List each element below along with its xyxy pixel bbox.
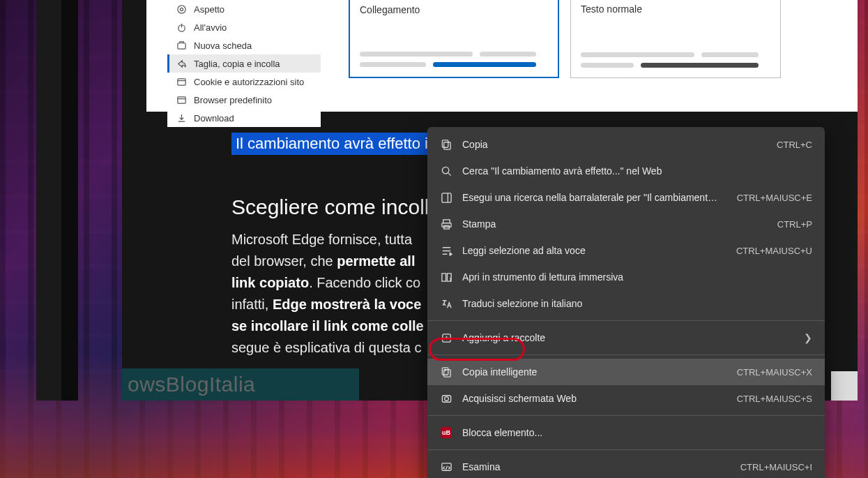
ctx-shortcut: CTRL+P bbox=[769, 219, 812, 230]
collections-icon bbox=[440, 331, 452, 344]
download-icon bbox=[176, 112, 187, 124]
settings-sidebar: Aspetto All'avvio Nuova scheda Taglia, c… bbox=[167, 0, 321, 127]
ctx-label: Stampa bbox=[462, 218, 759, 230]
ctx-shortcut: CTRL+MAIUSC+S bbox=[729, 394, 812, 404]
sidebar-item-label: Taglia, copia e incolla bbox=[194, 59, 280, 69]
sidebar-item-download[interactable]: Download bbox=[167, 109, 321, 127]
ctx-shortcut: CTRL+MAIUSC+I bbox=[732, 462, 812, 472]
svg-rect-9 bbox=[441, 193, 450, 202]
ctx-smart-copy[interactable]: Copia intelligente CTRL+MAIUSC+X bbox=[427, 359, 825, 385]
ctx-copy[interactable]: Copia CTRL+C bbox=[427, 131, 825, 158]
context-menu-separator bbox=[427, 449, 825, 450]
share-icon bbox=[176, 58, 187, 69]
sidebar-item-taglia-copia-incolla[interactable]: Taglia, copia e incolla bbox=[167, 54, 321, 73]
sidebar-item-label: All'avvio bbox=[194, 22, 227, 33]
option-title: Collegamento bbox=[360, 4, 548, 15]
svg-rect-3 bbox=[177, 43, 185, 48]
ctx-label: Blocca elemento... bbox=[462, 427, 812, 438]
sidebar-search-icon bbox=[440, 191, 452, 204]
ctx-shortcut: CTRL+MAIUSC+U bbox=[728, 246, 812, 256]
ctx-label: Leggi selezione ad alta voce bbox=[462, 245, 718, 256]
ctx-inspect[interactable]: Esamina CTRL+MAIUSC+I bbox=[427, 454, 825, 478]
sidebar-item-nuova-scheda[interactable]: Nuova scheda bbox=[167, 36, 321, 54]
ctx-search-web[interactable]: Cerca "Il cambiamento avrà effetto..." n… bbox=[427, 158, 825, 184]
inspect-icon bbox=[440, 461, 452, 473]
ctx-ublock-block[interactable]: uB Blocca elemento... bbox=[427, 419, 825, 446]
sidebar-item-cookie[interactable]: Cookie e autorizzazioni sito bbox=[167, 73, 321, 91]
option-testo-normale[interactable]: Testo normale bbox=[570, 0, 781, 78]
ctx-label: Copia intelligente bbox=[462, 366, 719, 378]
sidebar-item-label: Aspetto bbox=[194, 4, 224, 15]
svg-rect-7 bbox=[442, 140, 448, 147]
watermark-logo: owsBlogItalia bbox=[122, 368, 359, 401]
svg-point-8 bbox=[442, 167, 448, 173]
window-frame-strip bbox=[36, 0, 61, 401]
sidebar-item-label: Cookie e autorizzazioni sito bbox=[194, 77, 304, 87]
ctx-web-capture[interactable]: Acquisisci schermata Web CTRL+MAIUSC+S bbox=[427, 385, 825, 412]
context-menu-separator bbox=[427, 354, 825, 355]
sidebar-item-avvio[interactable]: All'avvio bbox=[167, 18, 321, 36]
ctx-shortcut: CTRL+C bbox=[768, 140, 812, 150]
svg-rect-11 bbox=[441, 223, 450, 227]
sidebar-item-browser-predefinito[interactable]: Browser predefinito bbox=[167, 91, 321, 109]
print-icon bbox=[440, 218, 452, 230]
ctx-label: Traduci selezione in italiano bbox=[462, 298, 812, 309]
ctx-read-aloud[interactable]: Leggi selezione ad alta voce CTRL+MAIUSC… bbox=[427, 237, 825, 264]
search-icon bbox=[440, 165, 452, 177]
svg-rect-5 bbox=[177, 96, 185, 103]
ctx-label: Acquisisci schermata Web bbox=[462, 393, 719, 404]
ctx-label: Aggiungi a raccolte bbox=[462, 332, 794, 343]
ctx-label: Apri in strumento di lettura immersiva bbox=[462, 271, 812, 283]
svg-point-0 bbox=[177, 5, 185, 13]
sidebar-item-aspetto[interactable]: Aspetto bbox=[167, 0, 321, 18]
selected-text-highlight[interactable]: Il cambiamento avrà effetto im bbox=[231, 133, 445, 155]
option-title: Testo normale bbox=[581, 3, 770, 15]
ctx-label: Copia bbox=[462, 139, 759, 150]
sidebar-item-label: Nuova scheda bbox=[194, 40, 252, 51]
svg-point-17 bbox=[444, 396, 448, 401]
ctx-sidebar-search[interactable]: Esegui una ricerca nella barralaterale p… bbox=[427, 184, 825, 211]
copy-icon bbox=[440, 138, 452, 151]
svg-rect-6 bbox=[443, 142, 450, 149]
immersive-reader-icon bbox=[440, 271, 452, 283]
translate-icon bbox=[440, 297, 452, 310]
ctx-immersive-reader[interactable]: Apri in strumento di lettura immersiva bbox=[427, 264, 825, 290]
paste-format-options: Collegamento Testo normale bbox=[349, 0, 781, 78]
scrollbar-fragment[interactable] bbox=[831, 371, 858, 401]
ctx-label: Esamina bbox=[462, 461, 722, 472]
ctx-print[interactable]: Stampa CTRL+P bbox=[427, 211, 825, 237]
context-menu-separator bbox=[427, 320, 825, 321]
appearance-icon bbox=[176, 3, 187, 15]
sidebar-item-label: Browser predefinito bbox=[194, 95, 272, 105]
sidebar-item-label: Download bbox=[194, 113, 234, 124]
power-icon bbox=[176, 22, 187, 33]
window-frame-strip-inner bbox=[61, 0, 78, 401]
chevron-right-icon: ❯ bbox=[804, 332, 812, 343]
svg-point-1 bbox=[180, 8, 183, 10]
ctx-label: Cerca "Il cambiamento avrà effetto..." n… bbox=[462, 165, 812, 177]
ctx-shortcut: CTRL+MAIUSC+E bbox=[729, 193, 812, 203]
smart-copy-icon bbox=[440, 366, 452, 378]
option-collegamento[interactable]: Collegamento bbox=[349, 0, 559, 78]
window-icon bbox=[176, 94, 187, 105]
svg-rect-10 bbox=[443, 219, 449, 223]
permissions-icon bbox=[176, 76, 187, 87]
ctx-add-collections[interactable]: Aggiungi a raccolte ❯ bbox=[427, 324, 825, 351]
tab-icon bbox=[176, 40, 187, 51]
capture-icon bbox=[440, 392, 452, 405]
read-aloud-icon bbox=[440, 244, 452, 257]
ublock-icon: uB bbox=[440, 426, 452, 439]
context-menu: Copia CTRL+C Cerca "Il cambiamento avrà … bbox=[427, 127, 825, 478]
svg-rect-4 bbox=[177, 78, 185, 84]
ctx-label: Esegui una ricerca nella barralaterale p… bbox=[462, 192, 719, 203]
ctx-shortcut: CTRL+MAIUSC+X bbox=[729, 367, 812, 378]
ctx-translate[interactable]: Traduci selezione in italiano bbox=[427, 290, 825, 317]
context-menu-separator bbox=[427, 415, 825, 416]
